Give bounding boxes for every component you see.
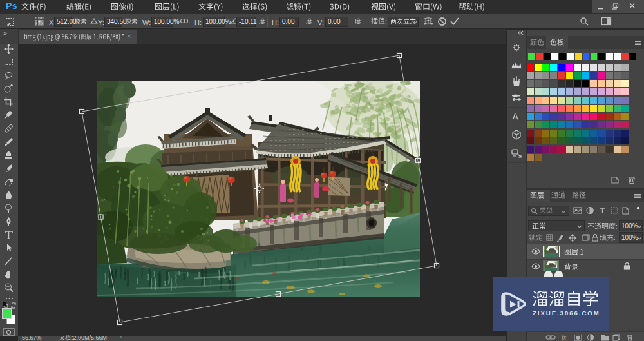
svg-text:fx: fx	[562, 334, 567, 341]
